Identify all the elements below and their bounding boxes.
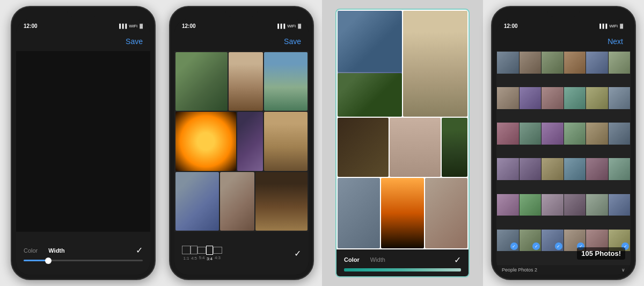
ratio-4-3[interactable]: 4:3 <box>213 247 222 260</box>
gallery-cell-7[interactable] <box>519 87 541 109</box>
phone1-color-tab[interactable]: Color <box>24 247 38 254</box>
phone3-color-tab[interactable]: Color <box>344 256 360 263</box>
section-chevron-icon[interactable]: ∨ <box>621 267 625 273</box>
photos-count-badge: 105 Photos! <box>577 247 625 260</box>
phone1-status-bar: 12:00 ▐▐▐ WiFi ▓ <box>16 20 150 32</box>
phone1-check-icon[interactable]: ✓ <box>136 245 143 255</box>
phone2-cell-2 <box>264 52 308 111</box>
phone2-bottom-controls: 1:1 4:5 5:4 3:4 <box>174 232 309 275</box>
phone4-screen: 12:00 ▐▐▐ WiFi ▓ Next <box>496 20 631 275</box>
ratio-5-4-label: 5:4 <box>199 255 204 260</box>
phone2-cell-6 <box>175 172 219 231</box>
phone1-bottom-controls: Color Width ✓ <box>16 232 150 275</box>
phone2-frame: 12:00 ▐▐▐ WiFi ▓ Save <box>164 0 319 286</box>
phone1-screen: 12:00 ▐▐▐ WiFi ▓ Save #topnine <box>16 20 150 275</box>
check-badge-0: ✓ <box>510 242 518 250</box>
gallery-cell-0[interactable] <box>497 52 519 74</box>
gallery-cell-24[interactable] <box>497 194 519 216</box>
gallery-cell-19[interactable] <box>519 158 541 180</box>
phone2-ratio-controls: 1:1 4:5 5:4 3:4 <box>182 240 301 267</box>
phone1-tab-row: Color Width ✓ <box>24 245 143 255</box>
ratio-4-5-label: 4:5 <box>191 256 197 261</box>
gallery-cell-20[interactable] <box>541 158 564 180</box>
phone1-save-button[interactable]: Save <box>126 37 143 46</box>
phone3-mid-row <box>338 118 467 177</box>
phone3-check-icon[interactable]: ✓ <box>454 255 461 265</box>
signal-icon4: ▐▐▐ <box>598 24 607 28</box>
phone4-time: 12:00 <box>504 23 518 29</box>
check-badge-2: ✓ <box>555 242 562 250</box>
ratio-5-4[interactable]: 5:4 <box>197 247 206 260</box>
phone3-screen: Color Width ✓ <box>335 9 470 277</box>
gallery-cell-23[interactable] <box>609 158 631 180</box>
phone1-slider-thumb[interactable] <box>45 258 52 264</box>
gallery-cell-6[interactable] <box>497 87 519 109</box>
ratio-1-1-icon <box>182 246 191 254</box>
phone2-save-button[interactable]: Save <box>284 37 301 46</box>
gallery-cell-10[interactable] <box>586 87 608 109</box>
phone2-row2 <box>175 112 308 170</box>
gallery-cell-9[interactable] <box>564 87 586 109</box>
wifi-icon4: WiFi <box>609 24 618 28</box>
battery-icon: ▓ <box>140 24 143 28</box>
ratio-3-4[interactable]: 3:4 <box>206 246 213 261</box>
gallery-cell-27[interactable] <box>564 194 586 216</box>
ratio-1-1[interactable]: 1:1 <box>182 246 191 261</box>
gallery-cell-11[interactable] <box>609 87 631 109</box>
gallery-cell-14[interactable] <box>541 123 564 145</box>
phone2-cell-8 <box>255 172 308 231</box>
battery-icon4: ▓ <box>620 24 623 28</box>
check-badge-1: ✓ <box>532 242 540 250</box>
gallery-cell-12[interactable] <box>497 123 519 145</box>
phone1-frame: 12:00 ▐▐▐ WiFi ▓ Save #topnine <box>5 0 161 286</box>
phone3-cell-5 <box>338 178 380 248</box>
phone1-notch <box>67 7 99 17</box>
phone1-width-tab[interactable]: Width <box>48 247 64 254</box>
gallery-cell-32[interactable]: ✓ <box>541 230 564 252</box>
phone4-notch <box>547 7 580 17</box>
phone1-slider-track[interactable] <box>24 260 143 261</box>
gallery-cell-28[interactable] <box>586 194 608 216</box>
gallery-cell-2[interactable] <box>541 52 564 74</box>
gallery-cell-26[interactable] <box>541 194 564 216</box>
phone2-row3 <box>175 172 308 231</box>
phone2-check-icon[interactable]: ✓ <box>294 248 301 259</box>
phone4-device: 12:00 ▐▐▐ WiFi ▓ Next <box>491 6 636 280</box>
phone3-cell-4 <box>442 118 467 177</box>
phone4-next-button[interactable]: Next <box>608 37 623 46</box>
gallery-cell-31[interactable]: ✓ <box>519 230 541 252</box>
ratio-4-5[interactable]: 4:5 <box>191 246 197 261</box>
gallery-cell-29[interactable] <box>609 194 631 216</box>
gallery-cell-4[interactable] <box>586 52 608 74</box>
battery-icon2: ▓ <box>298 24 301 28</box>
phone2-row1 <box>175 52 308 111</box>
gallery-cell-25[interactable] <box>519 194 541 216</box>
gallery-cell-15[interactable] <box>564 123 586 145</box>
phone1-status-icons: ▐▐▐ WiFi ▓ <box>118 24 143 28</box>
phone2-top-bar: Save <box>174 32 309 51</box>
phone3-cell-2 <box>338 118 389 177</box>
gallery-cell-1[interactable] <box>519 52 541 74</box>
section-label-text[interactable]: People Photos 2 <box>502 267 537 273</box>
gallery-cell-8[interactable] <box>541 87 564 109</box>
phone1-slider-row <box>24 260 143 261</box>
phone3-width-tab[interactable]: Width <box>370 256 385 263</box>
gallery-cell-17[interactable] <box>609 123 631 145</box>
gallery-cell-16[interactable] <box>586 123 608 145</box>
gallery-cell-21[interactable] <box>564 158 586 180</box>
phone3-color-strip[interactable] <box>344 268 461 271</box>
gallery-cell-22[interactable] <box>586 158 608 180</box>
phone2-screen: 12:00 ▐▐▐ WiFi ▓ Save <box>174 20 309 275</box>
gallery-cell-30[interactable]: ✓ <box>497 230 519 252</box>
phone4-status-bar: 12:00 ▐▐▐ WiFi ▓ <box>496 20 631 32</box>
gallery-cell-13[interactable] <box>519 123 541 145</box>
phone4-section-label: People Photos 2 ∨ <box>496 265 631 275</box>
signal-icon: ▐▐▐ <box>118 24 127 28</box>
gallery-cell-18[interactable] <box>497 158 519 180</box>
phone2-cell-7 <box>220 172 255 231</box>
gallery-cell-3[interactable] <box>564 52 586 74</box>
ratio-4-3-label: 4:3 <box>215 255 221 260</box>
phone1-slider-fill <box>24 260 47 261</box>
phone2-cell-0 <box>175 52 228 111</box>
gallery-cell-5[interactable] <box>609 52 631 74</box>
